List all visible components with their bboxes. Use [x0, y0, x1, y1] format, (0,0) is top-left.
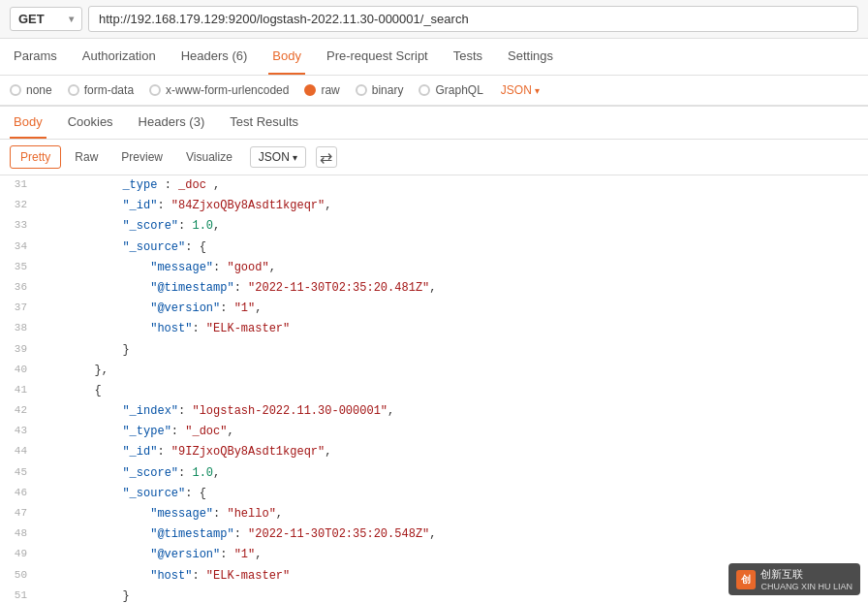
radio-graphql[interactable]: GraphQL	[418, 83, 482, 97]
method-select[interactable]: GET ▾	[10, 7, 82, 31]
format-bar: PrettyRawPreviewVisualizeJSON▾⇄	[0, 140, 868, 175]
line-content: "message": "good",	[35, 258, 868, 278]
fmt-btn-visualize[interactable]: Visualize	[176, 146, 242, 168]
line-content: "_score": 1.0,	[35, 216, 868, 237]
body-type-bar: noneform-datax-www-form-urlencodedrawbin…	[0, 76, 868, 106]
radio-raw[interactable]: raw	[304, 83, 339, 97]
resp-tab-headers--3-[interactable]: Headers (3)	[135, 107, 209, 139]
token-p: ,	[429, 527, 436, 541]
token-s: "_doc"	[185, 425, 227, 438]
token-k: "_source"	[122, 487, 185, 500]
watermark-logo: 创	[736, 570, 756, 589]
tab-params[interactable]: Params	[10, 39, 61, 75]
radio-none[interactable]: none	[10, 83, 52, 97]
line-content: "_score": 1.0,	[35, 463, 868, 484]
fmt-btn-pretty[interactable]: Pretty	[10, 145, 61, 169]
code-line: 31 _type : _doc ,	[0, 175, 868, 196]
code-table: 31 _type : _doc ,32 "_id": "84ZjxoQBy8As…	[0, 175, 868, 603]
method-label: GET	[18, 12, 45, 26]
token-p: :	[178, 466, 192, 480]
radio-label: raw	[321, 83, 339, 97]
format-type-dropdown[interactable]: JSON▾	[250, 146, 306, 168]
line-content: "@version": "1",	[35, 299, 868, 319]
line-content: }	[35, 340, 868, 361]
response-tab-bar: BodyCookiesHeaders (3)Test Results	[0, 107, 868, 140]
line-content: "@timestamp": "2022-11-30T02:35:20.548Z"…	[35, 524, 868, 545]
line-number: 33	[0, 216, 35, 237]
token-p: :	[220, 302, 233, 315]
token-k: "@timestamp"	[150, 527, 233, 541]
radio-x-www-form-urlencoded[interactable]: x-www-form-urlencoded	[149, 83, 289, 97]
tab-settings[interactable]: Settings	[504, 39, 557, 75]
line-content: "host": "ELK-master"	[35, 319, 868, 339]
line-number: 34	[0, 238, 35, 258]
line-content: {	[35, 381, 868, 401]
line-content: "_index": "logstash-2022.11.30-000001",	[35, 401, 868, 422]
code-line: 46 "_source": {	[0, 484, 868, 504]
line-number: 43	[0, 422, 35, 442]
token-p: : {	[185, 240, 206, 254]
fmt-btn-raw[interactable]: Raw	[65, 146, 108, 168]
radio-circle	[418, 84, 430, 96]
resp-tab-body[interactable]: Body	[10, 107, 46, 139]
fmt-btn-preview[interactable]: Preview	[111, 146, 172, 168]
token-p	[39, 445, 122, 459]
tab-authorization[interactable]: Authorization	[78, 39, 160, 75]
line-number: 41	[0, 381, 35, 401]
code-line: 37 "@version": "1",	[0, 299, 868, 319]
token-p	[39, 404, 122, 418]
line-number: 36	[0, 278, 35, 299]
token-k: "_score"	[122, 466, 178, 480]
token-p: : {	[185, 487, 206, 500]
token-k: "@version"	[150, 302, 220, 315]
code-line: 43 "_type": "_doc",	[0, 422, 868, 442]
token-p: }	[39, 589, 130, 603]
token-p: :	[213, 507, 227, 521]
line-number: 40	[0, 361, 35, 381]
token-p: ,	[269, 261, 276, 274]
code-line: 33 "_score": 1.0,	[0, 216, 868, 237]
token-k: "message"	[150, 507, 213, 521]
token-p	[39, 178, 122, 192]
format-dropdown-label: JSON	[259, 150, 290, 164]
radio-form-data[interactable]: form-data	[68, 83, 134, 97]
token-s: _doc	[178, 178, 206, 192]
line-number: 39	[0, 340, 35, 361]
radio-label: binary	[372, 83, 404, 97]
token-p: ,	[227, 425, 233, 438]
tab-pre-request-script[interactable]: Pre-request Script	[323, 39, 432, 75]
watermark: 创 创新互联 CHUANG XIN HU LIAN	[728, 563, 860, 595]
json-type-dropdown[interactable]: JSON▾	[501, 83, 540, 97]
token-p: :	[192, 322, 205, 335]
token-s: "1"	[234, 548, 256, 561]
resp-tab-test-results[interactable]: Test Results	[226, 107, 302, 139]
line-number: 47	[0, 504, 35, 524]
token-p	[39, 466, 122, 480]
radio-binary[interactable]: binary	[356, 83, 404, 97]
request-tab-bar: ParamsAuthorizationHeaders (6)BodyPre-re…	[0, 39, 868, 76]
line-number: 45	[0, 463, 35, 484]
code-line: 40 },	[0, 361, 868, 381]
response-body[interactable]: 31 _type : _doc ,32 "_id": "84ZjxoQBy8As…	[0, 175, 868, 603]
url-input[interactable]	[88, 6, 858, 32]
line-content: "_type": "_doc",	[35, 422, 868, 442]
tab-headers--6-[interactable]: Headers (6)	[177, 39, 252, 75]
token-p	[39, 569, 150, 583]
watermark-text: 创新互联 CHUANG XIN HU LIAN	[760, 567, 852, 591]
code-line: 36 "@timestamp": "2022-11-30T02:35:20.48…	[0, 278, 868, 299]
tab-tests[interactable]: Tests	[450, 39, 486, 75]
code-line: 38 "host": "ELK-master"	[0, 319, 868, 339]
tab-body[interactable]: Body	[268, 39, 305, 75]
resp-tab-cookies[interactable]: Cookies	[64, 107, 117, 139]
line-number: 31	[0, 175, 35, 196]
token-p: ,	[213, 219, 220, 233]
wrap-icon[interactable]: ⇄	[316, 146, 337, 168]
radio-label: x-www-form-urlencoded	[166, 83, 289, 97]
radio-circle	[68, 84, 79, 96]
token-p	[39, 261, 150, 274]
token-p	[39, 487, 122, 500]
code-line: 48 "@timestamp": "2022-11-30T02:35:20.54…	[0, 524, 868, 545]
token-p: :	[178, 404, 192, 418]
line-number: 48	[0, 524, 35, 545]
token-p: ,	[206, 178, 220, 192]
